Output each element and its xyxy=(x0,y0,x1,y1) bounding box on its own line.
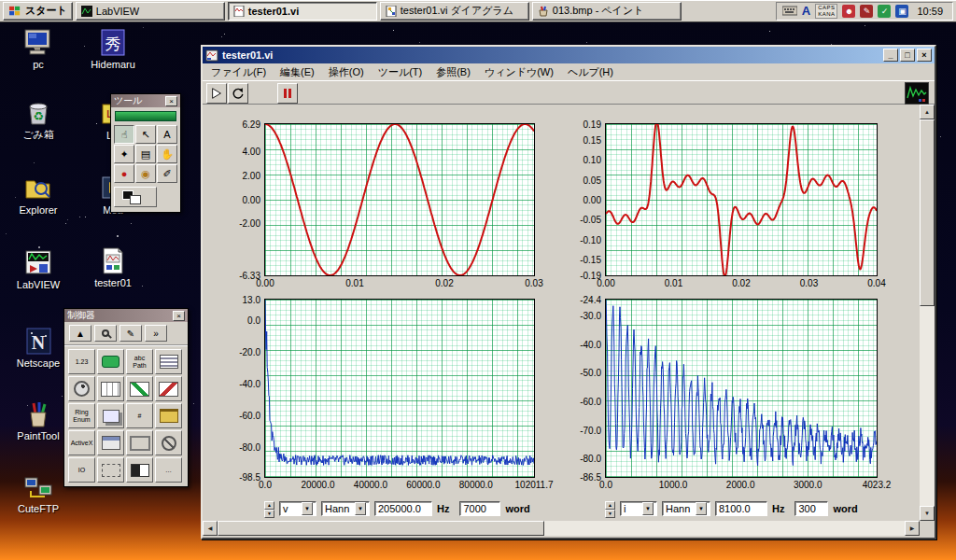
channel-selector[interactable]: i ▼ xyxy=(620,501,657,516)
menu-window[interactable]: ウィンドウ(W) xyxy=(485,65,554,79)
desktop-icon-tester01[interactable]: tester01 xyxy=(82,246,144,288)
wire-tool-icon[interactable]: ✦ xyxy=(114,145,134,163)
horizontal-scroll-thumb[interactable] xyxy=(218,521,544,536)
tray-display-icon[interactable]: ▣ xyxy=(895,5,908,18)
tools-palette-titlebar[interactable]: ツール × xyxy=(111,94,180,107)
decorations-palette-icon[interactable] xyxy=(126,430,153,455)
taskbar-clock[interactable]: 10:59 xyxy=(913,6,947,17)
classic-palette-icon[interactable] xyxy=(126,457,153,483)
horizontal-scrollbar[interactable]: ◀ ▶ xyxy=(203,521,920,536)
boolean-palette-icon[interactable] xyxy=(97,349,124,374)
label-tool-icon[interactable]: A xyxy=(157,125,177,144)
continuous-run-button[interactable] xyxy=(228,83,248,104)
auto-tool-select-bar[interactable] xyxy=(115,111,176,121)
chevron-down-icon[interactable]: ▼ xyxy=(696,502,707,515)
desktop-icon-cuteftp[interactable]: CuteFTP xyxy=(7,472,69,514)
string-palette-icon[interactable]: abcPath xyxy=(126,349,153,374)
operate-value-tool-icon[interactable]: ☝ xyxy=(114,125,134,144)
desktop-icon-painttool[interactable]: PaintTool xyxy=(7,399,69,441)
caps-kana-indicator[interactable]: CAPS KANA xyxy=(815,4,837,19)
graph-time-waveform-v[interactable] xyxy=(264,123,535,276)
vi-icon[interactable] xyxy=(905,82,929,105)
user-palette-icon[interactable] xyxy=(97,457,124,483)
knob-palette-icon[interactable] xyxy=(68,376,95,401)
graph-palette-icon[interactable] xyxy=(155,376,182,401)
start-button[interactable]: スタート xyxy=(3,2,73,21)
graph-time-waveform-i[interactable] xyxy=(605,123,878,276)
sampling-frequency-field[interactable]: 205000.0 xyxy=(374,501,432,516)
menu-operate[interactable]: 操作(O) xyxy=(329,65,364,79)
ring-palette-icon[interactable]: RingEnum xyxy=(68,403,95,428)
activex-palette-icon[interactable]: ActiveX xyxy=(68,430,95,455)
desktop-icon-netscape[interactable]: N Netscape xyxy=(7,327,69,369)
dialog-palette-icon[interactable] xyxy=(97,430,124,455)
cluster-palette-icon[interactable] xyxy=(97,403,124,428)
select-palette-icon[interactable]: … xyxy=(155,457,182,483)
channel-stepper[interactable]: ▲▼ xyxy=(605,501,615,516)
shortcut-menu-tool-icon[interactable]: ▤ xyxy=(135,145,156,163)
controls-palette-titlebar[interactable]: 制御器 × xyxy=(64,309,188,322)
refnum-palette-icon[interactable] xyxy=(155,430,182,455)
color-copy-tool-icon[interactable]: ✐ xyxy=(157,164,177,183)
maximize-icon[interactable]: □ xyxy=(900,49,915,62)
close-icon[interactable]: × xyxy=(165,96,177,106)
probe-tool-icon[interactable]: ◉ xyxy=(135,164,156,183)
menu-tools[interactable]: ツール(T) xyxy=(378,65,423,79)
window-titlebar[interactable]: tester01.vi _ □ × xyxy=(203,47,935,63)
pause-button[interactable] xyxy=(277,83,298,104)
chart-palette-icon[interactable] xyxy=(126,376,153,401)
chevron-down-icon[interactable]: ▼ xyxy=(302,502,313,515)
tray-task-icon[interactable]: ✓ xyxy=(878,5,891,18)
io-palette-icon[interactable]: IO xyxy=(68,457,95,483)
close-icon[interactable]: × xyxy=(173,311,185,321)
vertical-scroll-thumb[interactable] xyxy=(920,119,935,306)
ime-input-mode-icon[interactable]: A xyxy=(802,4,810,18)
numeric-palette-icon[interactable]: 1.23 xyxy=(68,349,95,374)
taskbar-button-tester01[interactable]: tester01.vi xyxy=(228,2,377,21)
run-button[interactable] xyxy=(206,83,227,104)
close-icon[interactable]: × xyxy=(917,49,932,62)
position-tool-icon[interactable]: ↖ xyxy=(135,125,156,144)
palette-search-button[interactable] xyxy=(94,325,117,342)
menu-browse[interactable]: 参照(B) xyxy=(436,65,471,79)
taskbar-button-tester01-diagram[interactable]: tester01.vi ダイアグラム xyxy=(380,2,529,21)
taskbar-button-paint[interactable]: 013.bmp - ペイント xyxy=(532,2,682,21)
sampling-frequency-field[interactable]: 8100.0 xyxy=(715,501,767,516)
word-count-field[interactable]: 7000 xyxy=(459,501,500,516)
palette-options-button[interactable]: » xyxy=(145,325,167,342)
desktop-icon-pc[interactable]: pc xyxy=(7,28,69,70)
word-count-field[interactable]: 300 xyxy=(794,501,828,516)
tray-ime-pen-icon[interactable]: ✎ xyxy=(860,5,873,18)
path-palette-icon[interactable] xyxy=(155,403,182,428)
desktop-icon-recycle-bin[interactable]: ♻ ごみ箱 xyxy=(7,97,69,142)
scroll-tool-icon[interactable]: ✋ xyxy=(157,145,177,163)
scroll-up-icon[interactable]: ▲ xyxy=(920,105,935,119)
list-palette-icon[interactable] xyxy=(155,349,182,374)
keyboard-icon[interactable] xyxy=(782,6,797,16)
desktop-icon-labview[interactable]: LabVIEW xyxy=(7,248,69,290)
window-function-selector[interactable]: Hann ▼ xyxy=(662,501,710,516)
taskbar-button-labview[interactable]: LabVIEW xyxy=(76,2,225,21)
tray-users-icon[interactable]: ☻ xyxy=(842,5,855,18)
menu-help[interactable]: ヘルプ(H) xyxy=(568,65,613,79)
color-tool-icon[interactable] xyxy=(114,187,157,207)
graph-spectrum-v[interactable] xyxy=(264,299,535,478)
palette-edit-button[interactable]: ✎ xyxy=(120,325,142,342)
table-palette-icon[interactable] xyxy=(97,376,124,401)
scroll-down-icon[interactable]: ▼ xyxy=(920,506,935,521)
minimize-icon[interactable]: _ xyxy=(883,49,898,62)
numbersign-palette-icon[interactable]: # xyxy=(126,403,153,428)
scroll-right-icon[interactable]: ▶ xyxy=(905,521,920,536)
channel-selector[interactable]: v ▼ xyxy=(279,501,316,516)
window-function-selector[interactable]: Hann ▼ xyxy=(321,501,370,516)
desktop-icon-explorer[interactable]: Explorer xyxy=(7,174,69,216)
chevron-down-icon[interactable]: ▼ xyxy=(642,502,654,515)
palette-up-button[interactable]: ▲ xyxy=(69,325,91,342)
menu-edit[interactable]: 編集(E) xyxy=(280,65,315,79)
scroll-left-icon[interactable]: ◀ xyxy=(203,521,218,536)
chevron-down-icon[interactable]: ▼ xyxy=(355,502,366,515)
channel-stepper[interactable]: ▲▼ xyxy=(264,501,274,516)
desktop-icon-hidemaru[interactable]: 秀 Hidemaru xyxy=(82,28,144,70)
vertical-scrollbar[interactable]: ▲ ▼ xyxy=(920,105,935,521)
graph-spectrum-i[interactable] xyxy=(605,299,878,478)
